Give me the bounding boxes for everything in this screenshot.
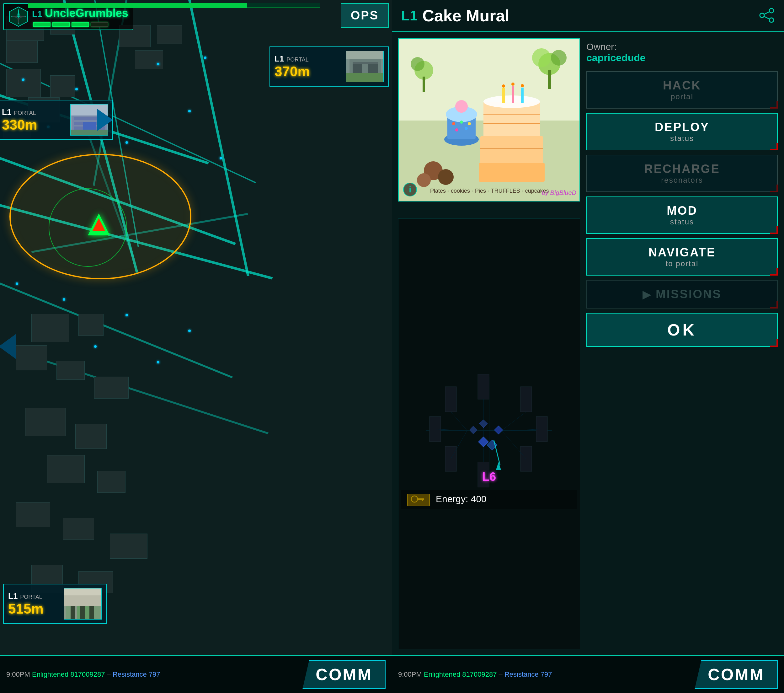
svg-point-54 bbox=[455, 129, 458, 132]
svg-rect-46 bbox=[423, 77, 425, 92]
portal-3-distance: 515m bbox=[8, 601, 59, 617]
svg-rect-63 bbox=[502, 87, 505, 103]
missions-arrow-icon: ▶ bbox=[642, 288, 651, 301]
portal-card-1[interactable]: L1 PORTAL 370m bbox=[270, 46, 389, 87]
svg-rect-10 bbox=[368, 62, 378, 75]
xp-top-bar-fill bbox=[28, 3, 247, 8]
xp-bar-1 bbox=[33, 22, 51, 27]
wind-rose-container bbox=[8, 6, 29, 27]
enlightened-label: Enlightened bbox=[32, 670, 68, 678]
svg-rect-76 bbox=[478, 374, 489, 399]
svg-text:Plates - cookies - Pies - TRUF: Plates - cookies - Pies - TRUFFLES - cup… bbox=[430, 188, 549, 194]
share-button[interactable] bbox=[759, 8, 774, 24]
portal-title: Cake Mural bbox=[422, 6, 509, 25]
svg-point-52 bbox=[460, 120, 463, 124]
portal-3-level: L1 PORTAL bbox=[8, 591, 59, 601]
svg-line-35 bbox=[764, 12, 769, 15]
portal-1-image bbox=[346, 51, 384, 82]
svg-point-33 bbox=[760, 13, 764, 18]
portal-top-section: Plates - cookies - Pies - TRUFFLES - cup… bbox=[398, 38, 778, 214]
resistance-score: 797 bbox=[149, 670, 160, 678]
svg-rect-77 bbox=[520, 387, 532, 412]
svg-rect-65 bbox=[521, 87, 524, 103]
xp-bar-4 bbox=[91, 22, 108, 27]
svg-point-32 bbox=[769, 8, 774, 13]
enlightened-score: 817009287 bbox=[70, 670, 105, 678]
owner-section: Owner: capricedude bbox=[586, 38, 778, 67]
portal-3-image bbox=[64, 588, 102, 620]
missions-label: MISSIONS bbox=[656, 287, 721, 301]
status-time: 9:00PM bbox=[6, 670, 30, 678]
navigate-button[interactable]: NAVIGATE to portal bbox=[586, 238, 778, 276]
svg-rect-30 bbox=[80, 606, 85, 620]
missions-button[interactable]: ▶ MISSIONS bbox=[586, 280, 778, 309]
right-resistance-score: 797 bbox=[540, 670, 552, 678]
deploy-button[interactable]: DEPLOY status bbox=[586, 113, 778, 150]
svg-text:Energy: 400: Energy: 400 bbox=[436, 494, 487, 504]
svg-rect-29 bbox=[71, 606, 75, 620]
top-hud: L1 UncleGrumbles OPS bbox=[3, 3, 389, 30]
wind-rose-icon bbox=[8, 6, 29, 27]
xp-top-bar bbox=[28, 3, 320, 8]
svg-point-51 bbox=[452, 122, 455, 125]
hack-button[interactable]: HACK portal bbox=[586, 71, 778, 109]
svg-point-68 bbox=[521, 84, 524, 87]
recharge-button[interactable]: RECHARGE resonators bbox=[586, 155, 778, 192]
resistance-label: Resistance bbox=[113, 670, 147, 678]
portal-2-level: L1 PORTAL bbox=[2, 107, 66, 117]
recharge-label: RECHARGE bbox=[644, 162, 720, 176]
portal-image-container: Plates - cookies - Pies - TRUFFLES - cup… bbox=[398, 38, 580, 201]
svg-point-53 bbox=[468, 122, 471, 125]
xp-bar-2 bbox=[53, 22, 70, 27]
svg-rect-64 bbox=[512, 86, 514, 103]
hack-label: HACK bbox=[663, 79, 701, 92]
portal-title-row: L1 Cake Mural bbox=[401, 6, 509, 25]
hack-sub: portal bbox=[671, 92, 693, 101]
ok-button[interactable]: OK bbox=[586, 313, 778, 347]
recharge-sub: resonators bbox=[661, 176, 703, 185]
svg-rect-104 bbox=[420, 498, 421, 500]
svg-rect-13 bbox=[346, 51, 384, 59]
right-enlightened-label: Enlightened bbox=[424, 670, 460, 678]
portal-2-distance: 330m bbox=[2, 117, 66, 133]
svg-rect-31 bbox=[89, 606, 94, 620]
svg-rect-27 bbox=[64, 595, 102, 606]
portal-card-2-info: L1 PORTAL 330m bbox=[2, 107, 66, 133]
svg-point-66 bbox=[502, 84, 505, 87]
svg-rect-9 bbox=[352, 62, 362, 75]
portal-1-svg bbox=[346, 51, 384, 82]
svg-point-67 bbox=[511, 82, 514, 86]
svg-rect-83 bbox=[445, 387, 456, 412]
mod-button[interactable]: MOD status bbox=[586, 196, 778, 234]
left-nav-arrow[interactable] bbox=[0, 334, 16, 359]
portal-info-icon[interactable]: i bbox=[403, 183, 417, 196]
svg-point-42 bbox=[532, 48, 551, 67]
image-credit: by BigBlueD bbox=[542, 189, 576, 196]
comm-button-left[interactable]: COMM bbox=[302, 660, 385, 689]
svg-rect-28 bbox=[64, 589, 102, 596]
ops-button[interactable]: OPS bbox=[341, 3, 389, 28]
portal-card-3[interactable]: L1 PORTAL 515m bbox=[3, 584, 107, 624]
mod-sub: status bbox=[670, 218, 694, 226]
svg-point-71 bbox=[417, 173, 431, 187]
deploy-sub: status bbox=[670, 134, 694, 143]
svg-point-34 bbox=[769, 18, 774, 22]
right-resistance-label: Resistance bbox=[504, 670, 539, 678]
svg-point-41 bbox=[551, 50, 567, 66]
svg-point-55 bbox=[464, 127, 468, 130]
ok-label: OK bbox=[667, 320, 697, 339]
navigate-label: NAVIGATE bbox=[649, 246, 716, 259]
resonator-level-label: L6 bbox=[482, 470, 496, 483]
resonator-diagram: L6 Energy: 400 bbox=[398, 218, 580, 649]
portal-card-1-info: L1 PORTAL 370m bbox=[275, 54, 342, 79]
owner-name: capricedude bbox=[586, 52, 778, 64]
owner-label: Owner: bbox=[586, 41, 778, 52]
cake-mural-art: Plates - cookies - Pies - TRUFFLES - cup… bbox=[399, 39, 580, 201]
portal-right-panel: Owner: capricedude HACK portal DEPLOY st… bbox=[586, 38, 778, 214]
navigate-sub: to portal bbox=[666, 259, 699, 268]
svg-rect-100 bbox=[407, 494, 430, 506]
portal-body: Plates - cookies - Pies - TRUFFLES - cup… bbox=[392, 32, 784, 655]
portal-level-label: L1 bbox=[401, 8, 417, 23]
portal-card-2[interactable]: L1 PORTAL 330m bbox=[0, 100, 113, 140]
comm-button-right[interactable]: COMM bbox=[695, 660, 778, 689]
